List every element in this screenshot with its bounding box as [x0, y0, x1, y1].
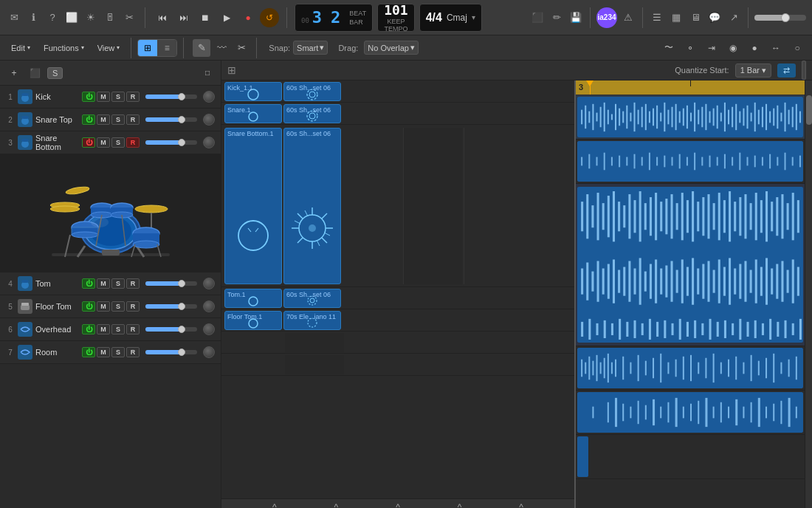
track-3-volume-knob[interactable] — [203, 137, 215, 148]
join-tool[interactable]: ⇥ — [703, 39, 720, 57]
chat-icon[interactable]: 💬 — [706, 10, 723, 26]
track-3-mute-button[interactable]: M — [97, 137, 110, 148]
info-icon[interactable]: ℹ — [25, 10, 41, 26]
track-7-volume-knob[interactable] — [203, 346, 215, 358]
view-menu[interactable]: View ▾ — [92, 42, 125, 54]
minimize-button[interactable]: □ — [200, 66, 215, 80]
track-7-solo-button[interactable]: S — [111, 347, 125, 357]
panel-divider[interactable] — [802, 61, 806, 80]
bpm-display[interactable]: 101 KEEP TEMPO — [377, 4, 415, 32]
audio-clip-1[interactable] — [577, 97, 803, 137]
monitor-icon[interactable]: 🖥 — [687, 10, 703, 26]
track-3-fader[interactable] — [145, 140, 197, 145]
quantize-select[interactable]: 1 Bar ▾ — [735, 64, 771, 78]
go-start-button[interactable]: ⏹ — [196, 8, 215, 27]
functions-menu[interactable]: Functions ▾ — [38, 42, 89, 54]
track-4-solo-button[interactable]: S — [111, 278, 125, 289]
track-6-solo-button[interactable]: S — [111, 324, 125, 334]
edit-menu[interactable]: Edit ▾ — [6, 42, 35, 54]
track-7-record-button[interactable]: R — [126, 347, 140, 357]
track-1-power-button[interactable]: ⏻ — [82, 92, 95, 102]
arrange-grid-icon[interactable]: ⊞ — [227, 64, 236, 76]
notification-icon[interactable]: ✉ — [6, 10, 22, 26]
scroll-marker-4[interactable]: ^ 4 — [458, 502, 462, 508]
alert-icon[interactable]: ⚠ — [620, 10, 636, 26]
track-3-solo-button[interactable]: S — [111, 137, 125, 148]
cycle-button[interactable]: ↺ — [260, 8, 279, 27]
track-2-solo-button[interactable]: S — [111, 114, 125, 125]
track-6-mute-button[interactable]: M — [97, 324, 110, 334]
midi-icon[interactable]: ⬛ — [529, 10, 546, 26]
track-2-fader[interactable] — [145, 117, 197, 122]
midi-clip[interactable]: 70s Ele...iano 11 — [283, 311, 341, 330]
track-4-fader[interactable] — [145, 281, 197, 286]
share-icon[interactable]: ↗ — [726, 10, 742, 26]
track-5-solo-button[interactable]: S — [111, 301, 125, 312]
pencil-icon[interactable]: ✏ — [548, 10, 565, 26]
track-5-volume-knob[interactable] — [203, 301, 215, 312]
drag-select[interactable]: No Overlap ▾ — [364, 41, 419, 55]
track-1-mute-button[interactable]: M — [97, 92, 110, 102]
track-4-volume-knob[interactable] — [203, 278, 215, 289]
circle-tool[interactable]: ○ — [788, 39, 806, 57]
scroll-marker-3[interactable]: ^ 3 — [396, 502, 400, 508]
track-2-record-button[interactable]: R — [126, 114, 140, 125]
window-icon[interactable]: ⬜ — [63, 10, 80, 26]
track-3-record-button[interactable]: R — [126, 137, 140, 148]
track-5-power-button[interactable]: ⏻ — [82, 301, 95, 312]
track-4-record-button[interactable]: R — [126, 278, 140, 289]
track-5-fader[interactable] — [145, 304, 197, 309]
grid-view-toggle[interactable]: ⊞ — [138, 40, 157, 56]
track-7-mute-button[interactable]: M — [97, 347, 110, 357]
display-icon[interactable]: ☀ — [83, 10, 99, 26]
audio-clip-4[interactable] — [577, 348, 803, 388]
track-5-mute-button[interactable]: M — [97, 301, 110, 312]
pencil-tool[interactable]: ✎ — [193, 39, 210, 57]
midi-clip[interactable]: Snare Bottom.1 — [224, 128, 282, 284]
track-4-power-button[interactable]: ⏻ — [82, 278, 95, 289]
help-icon[interactable]: ? — [44, 10, 61, 26]
mixer-icon[interactable]: 🎚 — [102, 10, 118, 26]
time-display[interactable]: 00 3 2 BEAT BAR — [295, 4, 373, 32]
avatar[interactable]: ia234 — [596, 7, 617, 28]
scale-tool[interactable]: ● — [746, 39, 763, 57]
list-icon[interactable]: ▦ — [668, 10, 684, 26]
scroll-marker-2[interactable]: ^ 2 — [334, 502, 339, 508]
track-6-volume-knob[interactable] — [203, 323, 215, 335]
track-2-mute-button[interactable]: M — [97, 114, 110, 125]
track-7-fader[interactable] — [145, 350, 197, 354]
arrow-lr-tool[interactable]: ↔ — [767, 39, 785, 57]
track-2-power-button[interactable]: ⏻ — [82, 114, 95, 125]
track-1-record-button[interactable]: R — [126, 92, 140, 102]
track-6-power-button[interactable]: ⏻ — [82, 324, 95, 334]
track-1-fader[interactable] — [145, 95, 197, 99]
midi-clip[interactable]: 60s Sh...set 06 — [283, 104, 341, 123]
midi-clip[interactable]: Tom.1 — [224, 289, 282, 308]
folder-button[interactable]: ⬛ — [27, 65, 43, 81]
snap-select[interactable]: Smart ▾ — [293, 41, 328, 55]
midi-clip[interactable]: Kick_1.1 — [224, 82, 282, 101]
s-button[interactable]: S — [47, 67, 63, 79]
midi-clip[interactable]: 60s Sh...set 06 — [283, 289, 341, 308]
list-view-toggle[interactable]: ≡ — [157, 40, 176, 56]
fade-tool[interactable]: ◉ — [724, 39, 742, 57]
scrollbar-thumb[interactable] — [806, 95, 812, 125]
swap-button[interactable]: ⇄ — [777, 64, 796, 78]
master-volume-slider[interactable] — [754, 15, 806, 21]
scissors-icon[interactable]: ✂ — [121, 10, 137, 26]
midi-clip[interactable]: Snare.1 — [224, 104, 282, 123]
rewind-button[interactable]: ⏮ — [153, 8, 172, 27]
play-button[interactable]: ▶ — [217, 8, 236, 27]
midi-clip[interactable]: Floor Tom.1 — [224, 311, 282, 330]
time-signature-display[interactable]: 4/4 Cmaj ▾ — [419, 4, 482, 32]
midi-clip[interactable]: 60s Sh...set 06 — [283, 128, 341, 284]
menu-icon[interactable]: ☰ — [649, 10, 665, 26]
track-6-record-button[interactable]: R — [126, 324, 140, 334]
track-2-volume-knob[interactable] — [203, 114, 215, 126]
track-4-mute-button[interactable]: M — [97, 278, 110, 289]
waveform-tool[interactable]: 〜 — [660, 39, 678, 57]
track-7-power-button[interactable]: ⏻ — [82, 347, 95, 357]
audio-clip-5[interactable] — [577, 392, 803, 433]
wave-tool[interactable]: 〰 — [213, 39, 230, 57]
audio-clip-3[interactable] — [577, 187, 803, 343]
